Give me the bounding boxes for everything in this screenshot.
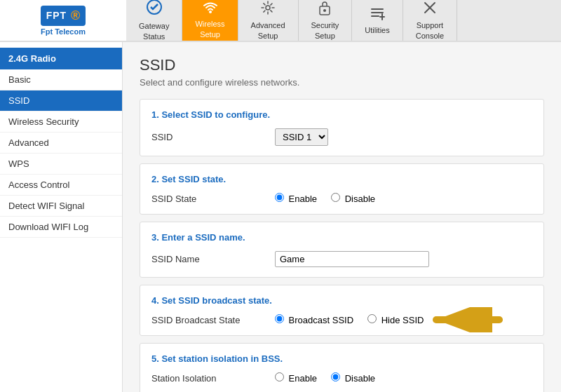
sidebar-item-download-wifi[interactable]: Download WIFI Log	[0, 217, 122, 238]
sidebar-item-advanced[interactable]: Advanced	[0, 133, 122, 154]
fpt-logo: FPT ®	[41, 6, 86, 26]
advanced-icon	[260, 0, 276, 18]
station-disable-radio[interactable]	[331, 372, 340, 381]
nav-security-label: SecuritySetup	[311, 20, 339, 41]
ssid-broadcast-row: SSID Broadcast State Broadcast SSID Hide…	[151, 314, 532, 325]
svg-point-2	[266, 6, 270, 10]
ssid-state-row: SSID State Enable Disable	[151, 193, 532, 204]
station-isolation-value: Enable Disable	[275, 372, 375, 384]
ssid-broadcast-label: SSID Broadcast State	[151, 315, 264, 325]
nav-support[interactable]: SupportConsole	[403, 0, 457, 41]
ssid-state-value: Enable Disable	[275, 193, 375, 204]
security-icon	[318, 0, 332, 18]
nav-advanced[interactable]: AdvancedSetup	[238, 0, 299, 41]
ssid-select-row: SSID SSID 1 SSID 2 SSID 3 SSID 4	[151, 128, 532, 146]
svg-point-4	[323, 9, 326, 12]
broadcast-ssid-label[interactable]: Broadcast SSID	[275, 314, 353, 325]
section-5-title: 5. Set station isolation in BSS.	[151, 353, 532, 364]
utilities-icon	[370, 5, 385, 22]
ssid-state-enable-radio[interactable]	[275, 193, 284, 202]
content-area: SSID Select and configure wireless netwo…	[123, 42, 561, 392]
ssid-name-row: SSID Name	[151, 251, 532, 267]
header: FPT ® Fpt Telecom GatewayStatus Wi	[0, 0, 561, 42]
ssid-broadcast-value: Broadcast SSID Hide SSID	[275, 314, 424, 325]
ssid-name-input[interactable]	[275, 251, 429, 267]
gateway-icon	[147, 0, 162, 18]
section-ssid-state: 2. Set SSID state. SSID State Enable Dis…	[140, 163, 544, 215]
station-isolation-row: Station Isolation Enable Disable	[151, 372, 532, 384]
nav-wireless-label: WirelessSetup	[195, 19, 224, 39]
sidebar-item-ssid[interactable]: SSID	[0, 90, 122, 111]
section-ssid-name: 3. Enter a SSID name. SSID Name	[140, 222, 544, 278]
ssid-select-value: SSID 1 SSID 2 SSID 3 SSID 4	[275, 128, 328, 146]
logo-area: FPT ® Fpt Telecom	[0, 6, 126, 36]
support-icon	[422, 0, 438, 18]
arrow-svg	[422, 307, 506, 332]
nav-advanced-label: AdvancedSetup	[251, 20, 285, 41]
nav-bar: GatewayStatus WirelessSetup AdvancedSetu…	[126, 0, 561, 41]
sidebar-header: 2.4G Radio	[0, 48, 122, 69]
hide-ssid-radio[interactable]	[367, 314, 377, 323]
ssid-select-label: SSID	[151, 132, 264, 142]
ssid-state-enable-label[interactable]: Enable	[275, 193, 317, 204]
sidebar-item-basic[interactable]: Basic	[0, 69, 122, 90]
nav-utilities[interactable]: Utilities	[352, 0, 403, 41]
arrow-annotation	[422, 307, 506, 332]
nav-gateway[interactable]: GatewayStatus	[126, 0, 182, 41]
page-subtitle: Select and configure wireless networks.	[140, 77, 544, 88]
nav-utilities-label: Utilities	[365, 25, 389, 35]
ssid-state-label: SSID State	[151, 194, 264, 204]
company-name: Fpt Telecom	[41, 27, 86, 36]
svg-point-1	[209, 11, 212, 13]
broadcast-ssid-radio[interactable]	[275, 314, 284, 323]
nav-wireless[interactable]: WirelessSetup	[182, 0, 238, 41]
hide-ssid-label[interactable]: Hide SSID	[367, 314, 424, 325]
sidebar-item-access-control[interactable]: Access Control	[0, 175, 122, 196]
sidebar-item-detect-wifi[interactable]: Detect WIFI Signal	[0, 196, 122, 217]
ssid-name-value	[275, 251, 429, 267]
station-isolation-label: Station Isolation	[151, 373, 264, 384]
ssid-state-disable-radio[interactable]	[331, 193, 340, 202]
ssid-state-disable-label[interactable]: Disable	[331, 193, 375, 204]
section-ssid-broadcast: 4. Set SSID broadcast state. SSID Broadc…	[140, 285, 544, 336]
nav-gateway-label: GatewayStatus	[139, 21, 169, 41]
sidebar-item-wireless-security[interactable]: Wireless Security	[0, 111, 122, 133]
station-enable-radio[interactable]	[275, 372, 284, 381]
app-container: FPT ® Fpt Telecom GatewayStatus Wi	[0, 0, 561, 392]
ssid-name-label: SSID Name	[151, 254, 264, 264]
section-2-title: 2. Set SSID state.	[151, 174, 532, 184]
nav-security[interactable]: SecuritySetup	[299, 0, 353, 41]
sidebar: 2.4G Radio Basic SSID Wireless Security …	[0, 42, 123, 392]
sidebar-item-wps[interactable]: WPS	[0, 154, 122, 175]
page-title: SSID	[140, 56, 544, 74]
section-3-title: 3. Enter a SSID name.	[151, 232, 532, 243]
ssid-select[interactable]: SSID 1 SSID 2 SSID 3 SSID 4	[275, 128, 328, 146]
station-disable-label[interactable]: Disable	[331, 372, 375, 384]
section-select-ssid: 1. Select SSID to configure. SSID SSID 1…	[140, 99, 544, 156]
main-layout: 2.4G Radio Basic SSID Wireless Security …	[0, 42, 561, 392]
wireless-icon	[203, 1, 218, 16]
section-4-title: 4. Set SSID broadcast state.	[151, 295, 532, 306]
section-station-isolation: 5. Set station isolation in BSS. Station…	[140, 343, 544, 392]
station-enable-label[interactable]: Enable	[275, 372, 317, 384]
section-1-title: 1. Select SSID to configure.	[151, 109, 532, 120]
nav-support-label: SupportConsole	[416, 20, 444, 41]
